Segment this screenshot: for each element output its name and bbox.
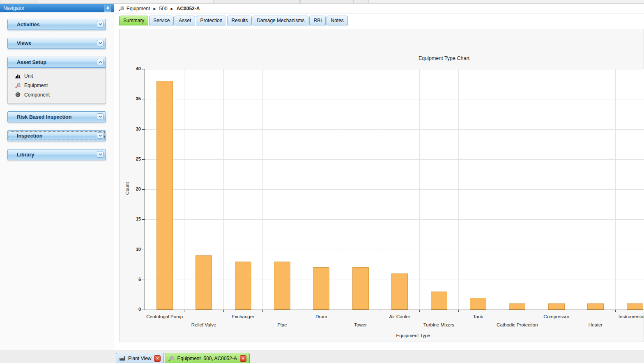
close-icon[interactable]: ✕: [240, 355, 246, 362]
gridline: [615, 69, 616, 310]
section-library-toggle[interactable]: [97, 151, 104, 158]
toolbar-segment: [353, 0, 369, 3]
bar-air-cooler: [391, 273, 408, 310]
breadcrumb-item-ac0052-a[interactable]: AC0052-A: [177, 6, 200, 11]
sidebar-item-label: Equipment: [21, 83, 48, 88]
section-label: Library: [8, 152, 34, 158]
bar-instrumentation: [627, 303, 643, 310]
bottom-tab-label: Equipment 500, AC0052-A: [177, 356, 237, 361]
gridline: [145, 159, 644, 160]
tab-damage-mechanisms[interactable]: Damage Mechanisms: [253, 16, 308, 25]
y-tick-mark: [142, 310, 145, 310]
sidebar-item-equipment[interactable]: Equipment: [8, 80, 106, 90]
pin-icon[interactable]: [104, 5, 111, 12]
tab-summary[interactable]: Summary: [119, 16, 148, 25]
section-header-activities[interactable]: Activities: [7, 19, 106, 30]
y-tick-label: 20: [124, 186, 141, 191]
y-tick-label: 40: [124, 66, 141, 71]
x-tick-mark: [341, 310, 341, 312]
bar-drum: [313, 267, 329, 310]
section-library: Library: [7, 149, 106, 160]
x-tick-mark: [380, 310, 380, 312]
bottom-tab-plant-view[interactable]: Plant View✕: [116, 353, 164, 363]
section-panel-asset-setup: UnitEquipmentComponent: [7, 68, 106, 104]
bottom-tab-equipment-500-ac0052-a[interactable]: Equipment 500, AC0052-A✕: [165, 353, 249, 363]
section-inspection-toggle[interactable]: [97, 132, 104, 139]
x-tick-mark: [302, 310, 302, 312]
section-views-toggle[interactable]: [97, 40, 104, 46]
bar-heater: [587, 303, 604, 310]
tab-protection[interactable]: Protection: [196, 16, 226, 25]
section-label: Inspection: [8, 133, 43, 139]
section-header-asset-setup[interactable]: Asset Setup: [7, 57, 106, 68]
x-tick-mark: [184, 310, 184, 312]
y-tick-label: 5: [124, 277, 141, 282]
open-view-tabs: Plant View✕Equipment 500, AC0052-A✕: [116, 353, 251, 363]
section-header-risk-based-inspection[interactable]: Risk Based Inspection: [7, 111, 106, 122]
breadcrumb-arrow-icon: ▶: [171, 7, 173, 11]
main-content: Equipment▶500▶AC0052-A SummaryServiceAss…: [114, 4, 644, 350]
x-tick-label-air-cooler: Air Cooler: [369, 314, 430, 319]
x-tick-mark: [223, 310, 224, 312]
tab-asset[interactable]: Asset: [175, 16, 195, 25]
sidebar-item-unit[interactable]: Unit: [8, 71, 106, 80]
x-tick-mark: [576, 310, 576, 312]
x-tick-label-compressor: Compressor: [526, 314, 587, 319]
y-tick-label: 0: [124, 307, 141, 312]
tab-rbi[interactable]: RBI: [309, 16, 326, 25]
gridline: [419, 69, 420, 310]
section-risk-based-inspection-toggle[interactable]: [97, 113, 104, 120]
x-tick-label-centrifugal-pump: Centrifugal Pump: [134, 314, 196, 319]
unit-icon: [14, 73, 21, 79]
y-tick-mark: [142, 189, 145, 190]
section-views: Views: [7, 38, 106, 49]
section-activities-toggle[interactable]: [97, 21, 104, 28]
y-tick-mark: [142, 280, 145, 280]
tab-notes[interactable]: Notes: [327, 16, 347, 25]
section-asset-setup: Asset SetupUnitEquipmentComponent: [7, 57, 106, 104]
section-label: Risk Based Inspection: [8, 114, 71, 120]
y-tick-label: 25: [124, 156, 141, 161]
bar-exchanger: [235, 262, 251, 310]
y-tick-mark: [142, 159, 145, 160]
section-asset-setup-toggle[interactable]: [97, 59, 104, 65]
gridline: [184, 69, 184, 310]
breadcrumb-item-equipment[interactable]: Equipment: [126, 6, 150, 11]
gridline: [458, 69, 459, 310]
navigator-header: Navigator: [0, 4, 114, 12]
y-tick-mark: [142, 250, 145, 250]
section-label: Asset Setup: [8, 60, 46, 65]
y-tick-label: 30: [124, 126, 141, 131]
breadcrumb: Equipment▶500▶AC0052-A: [114, 4, 644, 14]
chart-title: Equipment Type Chart: [382, 55, 506, 61]
sidebar-item-component[interactable]: Component: [8, 90, 106, 99]
equipment-icon: [118, 5, 125, 12]
gridline: [145, 250, 644, 250]
toolbar-segment: [213, 0, 300, 3]
section-header-views[interactable]: Views: [7, 38, 106, 49]
plot-area: 0510152025303540Centrifugal PumpRelief V…: [145, 69, 644, 310]
bar-cathodic-protection: [509, 303, 525, 310]
bar-centrifugal-pump: [156, 81, 173, 310]
sidebar-item-label: Component: [21, 92, 50, 98]
tab-results[interactable]: Results: [227, 16, 252, 25]
section-header-inspection[interactable]: Inspection: [7, 130, 106, 141]
x-tick-label-drum: Drum: [290, 314, 352, 319]
breadcrumb-item-500[interactable]: 500: [159, 6, 168, 11]
content-tab-bar: SummaryServiceAssetProtectionResultsDama…: [119, 16, 349, 25]
toolbar-segment: [0, 0, 37, 3]
chevron-down-icon: [99, 115, 102, 118]
sidebar-item-label: Unit: [21, 73, 33, 79]
chevron-down-icon: [99, 153, 102, 156]
gridline: [145, 99, 644, 99]
close-icon[interactable]: ✕: [154, 355, 161, 362]
tab-service[interactable]: Service: [149, 16, 174, 25]
section-header-library[interactable]: Library: [7, 149, 106, 160]
bar-turbine-mixers: [431, 292, 447, 310]
x-tick-mark: [262, 310, 263, 312]
equipment-icon: [168, 355, 175, 362]
bar-compressor: [548, 303, 565, 310]
gridline: [145, 129, 644, 130]
x-tick-label-relief-valve: Relief Valve: [173, 322, 235, 327]
x-tick-label-instrumentation: Instrumentation: [604, 314, 644, 319]
